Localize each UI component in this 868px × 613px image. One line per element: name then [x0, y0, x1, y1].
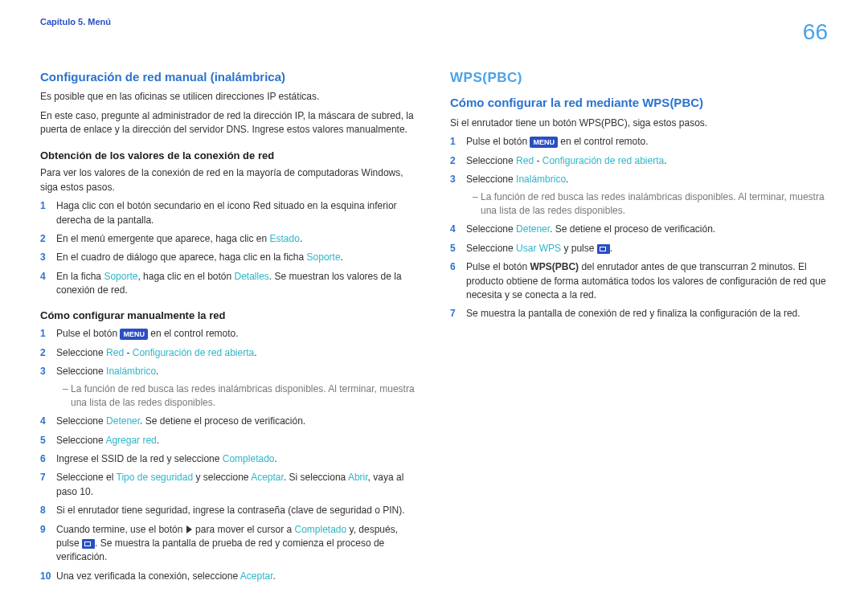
- step-text: En el menú emergente que aparece, haga c…: [56, 233, 270, 244]
- page-header: Capítulo 5. Menú 66: [40, 16, 828, 49]
- step: En el cuadro de diálogo que aparece, hag…: [51, 251, 418, 264]
- step-text: en el control remoto.: [558, 136, 649, 147]
- paragraph: Es posible que en las oficinas se utilic…: [40, 90, 418, 104]
- step: Seleccione Red - Configuración de red ab…: [461, 154, 828, 168]
- step-text: . Se detiene el proceso de verificación.: [140, 415, 305, 427]
- step: Si el enrutador tiene seguridad, ingrese…: [51, 504, 418, 517]
- highlight: Completado: [295, 524, 347, 535]
- step: Se muestra la pantalla de conexión de re…: [461, 307, 828, 321]
- step-text: .: [156, 366, 158, 377]
- step-text: En la ficha: [56, 271, 104, 282]
- highlight: Red: [516, 155, 534, 166]
- step-text: Seleccione: [466, 155, 516, 166]
- step-text: .: [664, 155, 666, 166]
- step: Haga clic con el botón secundario en el …: [51, 199, 418, 227]
- step-text: para mover el cursor a: [193, 524, 295, 535]
- step: Pulse el botón MENU en el control remoto…: [461, 135, 828, 149]
- step-text: Seleccione el: [56, 472, 117, 483]
- step-text: Una vez verificada la conexión, seleccio…: [56, 570, 240, 582]
- step-text: Si el enrutador tiene seguridad, ingrese…: [56, 505, 405, 516]
- step-text: Seleccione: [466, 223, 516, 235]
- bold-text: WPS(PBC): [530, 261, 579, 272]
- paragraph: Para ver los valores de la conexión de r…: [40, 166, 418, 194]
- step-text: -: [534, 155, 542, 166]
- highlight: Soporte: [104, 271, 137, 282]
- menu-keycap-icon: MENU: [530, 137, 558, 148]
- step-text: Pulse el botón: [466, 136, 530, 147]
- content-columns: Configuración de red manual (inalámbrica…: [40, 68, 828, 589]
- highlight: Usar WPS: [516, 243, 561, 254]
- steps-list-b: Pulse el botón MENU en el control remoto…: [40, 327, 418, 583]
- step: Seleccione Detener. Se detiene el proces…: [51, 415, 418, 428]
- left-column: Configuración de red manual (inalámbrica…: [40, 68, 418, 589]
- steps-list-r: Pulse el botón MENU en el control remoto…: [450, 135, 828, 321]
- highlight: Soporte: [307, 251, 341, 263]
- highlight: Abrir: [348, 472, 368, 483]
- step-text: . Se muestra la pantalla de prueba de re…: [56, 537, 384, 562]
- highlight: Configuración de red abierta: [133, 347, 254, 358]
- enter-key-icon: [82, 539, 95, 549]
- highlight: Configuración de red abierta: [542, 155, 664, 166]
- heading-wps: WPS(PBC): [450, 68, 828, 88]
- step-text: .: [275, 453, 277, 464]
- right-column: WPS(PBC) Cómo configurar la red mediante…: [450, 68, 828, 589]
- step: Cuando termine, use el botón para mover …: [51, 523, 418, 565]
- step-text: , haga clic en el botón: [137, 271, 234, 282]
- chapter-label: Capítulo 5. Menú: [40, 16, 111, 29]
- step: En el menú emergente que aparece, haga c…: [51, 232, 418, 246]
- highlight: Completado: [223, 453, 275, 464]
- step-text: .: [341, 251, 343, 263]
- step-text: Pulse el botón: [56, 328, 120, 339]
- step-text: y seleccione: [193, 472, 251, 483]
- step: Seleccione Inalámbrico. La función de re…: [51, 365, 418, 410]
- step: Seleccione Agregar red.: [51, 434, 418, 447]
- highlight: Detalles: [235, 271, 269, 282]
- highlight: Aceptar: [251, 472, 284, 483]
- step-text: Ingrese el SSID de la red y seleccione: [56, 453, 223, 464]
- step-text: Seleccione: [466, 243, 516, 254]
- highlight: Aceptar: [240, 570, 273, 582]
- step: Ingrese el SSID de la red y seleccione C…: [51, 452, 418, 466]
- step-text: .: [610, 243, 612, 254]
- step-text: -: [124, 347, 133, 358]
- step-text: y pulse: [561, 243, 597, 254]
- step-text: .: [566, 174, 568, 185]
- highlight: Inalámbrico: [516, 174, 566, 185]
- subheading-manual-config: Cómo configurar manualmente la red: [40, 309, 418, 324]
- step: Seleccione Detener. Se detiene el proces…: [461, 223, 828, 236]
- step-text: Haga clic con el botón secundario en el …: [56, 200, 397, 225]
- document-page: Capítulo 5. Menú 66 Configuración de red…: [0, 0, 868, 613]
- step-text: Seleccione: [56, 435, 105, 446]
- paragraph: En este caso, pregunte al administrador …: [40, 109, 418, 137]
- step-text: Seleccione: [56, 347, 106, 358]
- step: Una vez verificada la conexión, seleccio…: [51, 570, 418, 583]
- step-text: .: [273, 570, 276, 582]
- heading-wps-config: Cómo configurar la red mediante WPS(PBC): [450, 94, 828, 112]
- step-text: . Si selecciona: [284, 472, 348, 483]
- step-text: Seleccione: [56, 366, 106, 377]
- step-text: en el control remoto.: [148, 328, 239, 339]
- highlight: Red: [106, 347, 124, 358]
- step: Pulse el botón WPS(PBC) del enrutador an…: [461, 260, 828, 302]
- note: La función de red busca las redes inalám…: [473, 190, 828, 219]
- step-text: Pulse el botón: [466, 261, 530, 272]
- step: Pulse el botón MENU en el control remoto…: [51, 327, 418, 341]
- page-number: 66: [803, 16, 828, 49]
- step-text: Seleccione: [466, 174, 516, 185]
- step-text: Cuando termine, use el botón: [56, 524, 186, 535]
- steps-list-a: Haga clic con el botón secundario en el …: [40, 199, 418, 297]
- play-right-icon: [186, 525, 192, 533]
- menu-keycap-icon: MENU: [120, 329, 148, 340]
- step-text: Seleccione: [56, 415, 106, 427]
- highlight: Tipo de seguridad: [117, 472, 194, 483]
- step: Seleccione Red - Configuración de red ab…: [51, 346, 418, 360]
- highlight: Estado: [270, 233, 300, 244]
- step: Seleccione Usar WPS y pulse .: [461, 242, 828, 255]
- step-text: .: [157, 435, 159, 446]
- subheading-obtain-values: Obtención de los valores de la conexión …: [40, 149, 418, 164]
- step-text: Se muestra la pantalla de conexión de re…: [466, 308, 800, 319]
- note: La función de red busca las redes inalám…: [63, 382, 418, 411]
- highlight: Detener: [106, 415, 140, 427]
- highlight: Inalámbrico: [106, 366, 156, 377]
- heading-manual-wireless: Configuración de red manual (inalámbrica…: [40, 68, 418, 86]
